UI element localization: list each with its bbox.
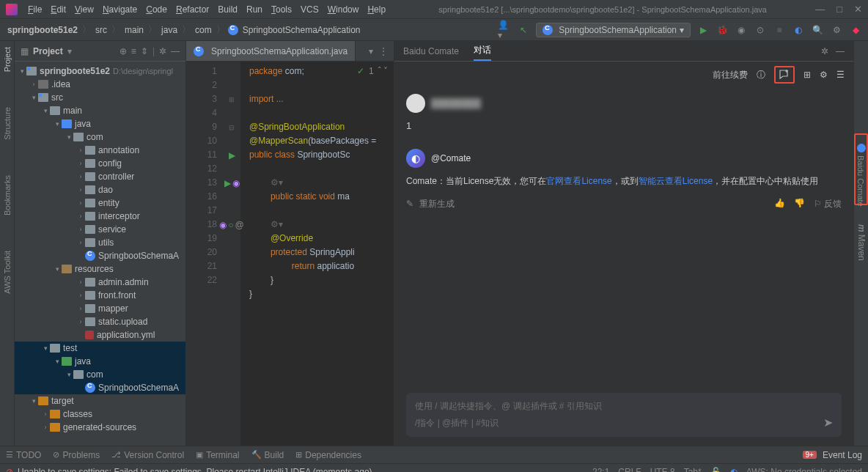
- run-configuration-selector[interactable]: SpringbootSchemaApplication ▾: [536, 23, 691, 37]
- aws-status[interactable]: AWS: No credentials selected: [746, 467, 862, 473]
- tab-project[interactable]: Project: [3, 44, 12, 75]
- jetbrains-icon[interactable]: ◆: [849, 23, 862, 37]
- link-official[interactable]: 官网查看License: [546, 176, 611, 186]
- grid-icon[interactable]: ⊞: [803, 70, 811, 80]
- comate-tab-chat[interactable]: 对话: [474, 41, 491, 61]
- comate-icon[interactable]: ◐: [792, 23, 805, 37]
- send-icon[interactable]: ➤: [823, 416, 833, 429]
- link-cloud[interactable]: 智能云查看License: [639, 176, 713, 186]
- tab-todo[interactable]: ☰ TODO: [6, 450, 41, 460]
- tab-aws[interactable]: AWS Toolkit: [3, 248, 12, 297]
- renewal-link[interactable]: 前往续费: [713, 69, 748, 81]
- tab-terminal[interactable]: ▣ Terminal: [196, 450, 239, 460]
- project-tool-window: ▦ Project ▾ ⊕ ≡ ⇕ | ✲ — ▾springboote51e2…: [15, 41, 186, 446]
- override-icon[interactable]: ◉: [219, 220, 227, 230]
- project-tree[interactable]: ▾springboote51e2D:\design\springl ›.idea…: [15, 62, 185, 446]
- event-log-button[interactable]: 9+ Event Log: [803, 450, 862, 460]
- settings-icon[interactable]: ✲: [159, 46, 166, 56]
- tab-bookmarks[interactable]: Bookmarks: [3, 172, 12, 218]
- editor: SpringbootSchemaApplication.java ▾ ⋮ 123…: [186, 41, 394, 446]
- bot-name: @Comate: [431, 153, 471, 163]
- settings-icon[interactable]: ✲: [821, 46, 828, 56]
- comate-tab-main[interactable]: Baidu Comate: [403, 43, 459, 59]
- menu-icon[interactable]: ☰: [836, 70, 845, 80]
- build-icon[interactable]: ↖: [517, 23, 530, 37]
- comate-status-icon[interactable]: ◐: [730, 467, 738, 473]
- settings-icon[interactable]: ⚙: [830, 23, 843, 37]
- new-chat-button[interactable]: [774, 66, 795, 84]
- left-tool-strip: Project Structure Bookmarks AWS Toolkit: [0, 41, 15, 446]
- chat-input[interactable]: 使用 / 调起快捷指令、@ 调起插件或 # 引用知识 /指令 | @插件 | #…: [406, 393, 842, 437]
- debug-button[interactable]: 🐞: [716, 23, 729, 37]
- crumb-com[interactable]: com: [194, 25, 213, 35]
- expand-all-icon[interactable]: ≡: [131, 46, 136, 56]
- code-content[interactable]: package com; import ... @SpringBootAppli…: [240, 62, 394, 446]
- menu-code[interactable]: Code: [141, 3, 172, 16]
- readonly-icon[interactable]: 🔓: [710, 467, 721, 473]
- thumbs-down-icon[interactable]: 👎: [794, 198, 805, 210]
- tab-dependencies[interactable]: ⊞ Dependencies: [295, 450, 361, 460]
- profile-button[interactable]: ⊙: [754, 23, 767, 37]
- crumb-java[interactable]: java: [160, 25, 179, 35]
- minimize-button[interactable]: —: [815, 4, 825, 15]
- menu-file[interactable]: FFileile: [23, 3, 46, 16]
- bean-icon[interactable]: ◉: [232, 178, 240, 188]
- tab-maven[interactable]: m Maven: [856, 224, 867, 261]
- line-ending[interactable]: CRLF: [618, 467, 641, 473]
- editor-tab[interactable]: SpringbootSchemaApplication.java: [186, 41, 356, 61]
- more-icon[interactable]: ⋮: [379, 46, 388, 56]
- stop-button[interactable]: ■: [773, 23, 786, 37]
- error-icon: ⊘: [6, 467, 13, 473]
- help-icon[interactable]: ⓘ: [757, 69, 765, 81]
- inspection-indicator[interactable]: ✓ 1 ˆ ˅: [357, 66, 388, 76]
- menu-help[interactable]: Help: [363, 3, 390, 16]
- run-gutter-icon[interactable]: ▶: [229, 150, 235, 161]
- dropdown-icon[interactable]: ▾: [67, 46, 72, 56]
- select-opened-icon[interactable]: ⊕: [119, 46, 127, 56]
- hide-icon[interactable]: —: [836, 46, 845, 56]
- regenerate-button[interactable]: 重新生成: [419, 198, 455, 210]
- user-icon[interactable]: 👤▾: [498, 23, 511, 37]
- crumb-main[interactable]: main: [123, 25, 145, 35]
- bot-message: ◐ @Comate Comate：当前License无效，您可在官网查看Lice…: [406, 149, 842, 210]
- file-encoding[interactable]: UTF-8: [650, 467, 675, 473]
- dropdown-icon[interactable]: ▾: [369, 46, 373, 56]
- class-icon: [228, 25, 238, 35]
- tab-structure[interactable]: Structure: [3, 104, 12, 143]
- run-button[interactable]: ▶: [696, 23, 710, 37]
- crumb-class[interactable]: SpringbootSchemaApplication: [241, 25, 362, 35]
- tab-problems[interactable]: ⊘ Problems: [53, 450, 100, 460]
- crumb-src[interactable]: src: [94, 25, 108, 35]
- status-message[interactable]: ⊘ Unable to save settings: Failed to sav…: [6, 467, 372, 473]
- menu-edit[interactable]: Edit: [46, 3, 70, 16]
- menu-navigate[interactable]: Navigate: [98, 3, 141, 16]
- search-icon[interactable]: 🔍: [811, 23, 824, 37]
- tab-build[interactable]: 🔨 Build: [251, 450, 284, 460]
- run-gutter-icon[interactable]: ▶: [224, 178, 231, 188]
- tab-version-control[interactable]: ⎇ Version Control: [111, 450, 184, 460]
- maximize-button[interactable]: □: [836, 4, 842, 15]
- hide-icon[interactable]: —: [171, 46, 180, 56]
- thumbs-up-icon[interactable]: 👍: [774, 198, 785, 210]
- project-title[interactable]: Project: [33, 46, 63, 56]
- tab-baidu-comate[interactable]: Baidu Comate: [856, 155, 865, 207]
- close-button[interactable]: ✕: [854, 4, 862, 15]
- menu-view[interactable]: View: [70, 3, 98, 16]
- project-view-icon: ▦: [21, 46, 29, 56]
- menu-refactor[interactable]: Refactor: [172, 3, 213, 16]
- menu-tools[interactable]: Tools: [267, 3, 296, 16]
- feedback-button[interactable]: ⚐ 反馈: [814, 198, 842, 210]
- menu-window[interactable]: Window: [323, 3, 364, 16]
- chevron-right-icon: 〉: [79, 23, 94, 36]
- crumb-root[interactable]: springboote51e2: [6, 25, 79, 35]
- code-editor[interactable]: 123491011121316171819202122 ⊞ ⊟ ▶ ▶◉ ◉○@…: [186, 62, 394, 446]
- coverage-button[interactable]: ◉: [735, 23, 748, 37]
- menu-run[interactable]: Run: [242, 3, 267, 16]
- caret-position[interactable]: 22:1: [592, 467, 609, 473]
- wand-icon: ✎: [406, 199, 413, 209]
- menu-build[interactable]: Build: [213, 3, 242, 16]
- indent-setting[interactable]: Tab*: [684, 467, 702, 473]
- gear-icon[interactable]: ⚙: [820, 70, 828, 80]
- menu-vcs[interactable]: VCS: [296, 3, 323, 16]
- collapse-all-icon[interactable]: ⇕: [141, 46, 148, 56]
